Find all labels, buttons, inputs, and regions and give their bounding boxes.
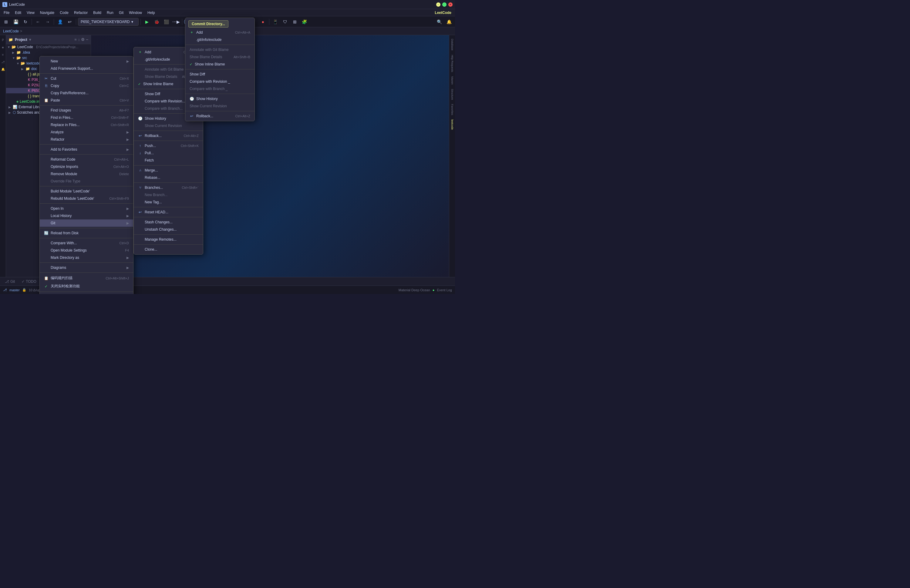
project-icon-minimize[interactable]: − <box>86 37 88 42</box>
ctx2-reset-head[interactable]: ↩Reset HEAD... <box>134 208 203 216</box>
ctx-override-type[interactable]: Override File Type <box>40 178 133 185</box>
ctx-new[interactable]: New ▶ <box>40 58 133 65</box>
toolbar-device[interactable]: 📱 <box>271 18 280 26</box>
ctx-module-settings[interactable]: Open Module Settings F4 <box>40 247 133 254</box>
ctx-find-usages[interactable]: Find Usages Alt+F7 <box>40 107 133 114</box>
toolbar-run[interactable]: ▶ <box>142 18 151 26</box>
ctx3-blame-details[interactable]: Show Blame Details Alt+Shift+B <box>185 53 254 61</box>
side-right-database[interactable]: Database <box>450 37 454 52</box>
tree-idea[interactable]: ▶ 📁 .idea <box>6 50 91 55</box>
ctx-diagrams[interactable]: Diagrams ▶ <box>40 264 133 271</box>
side-right-favorites[interactable]: Favorites <box>450 103 454 116</box>
toolbar-global-search[interactable]: 🔍 <box>435 18 444 26</box>
menu-edit[interactable]: Edit <box>13 10 24 15</box>
ctx-close-detection[interactable]: ✓关闭实时检测功能 <box>40 282 133 290</box>
ctx-convert-kotlin[interactable]: Convert Java File to Kotlin File Ctrl+Al… <box>40 293 133 294</box>
minimize-button[interactable]: − <box>436 2 440 6</box>
ctx2-current-revision[interactable]: Show Current Revision <box>134 122 203 129</box>
close-button[interactable]: ✕ <box>449 2 453 6</box>
toolbar-forward[interactable]: → <box>44 18 52 26</box>
side-bookmark-icon[interactable]: ★ <box>1 45 5 50</box>
ctx2-rebase[interactable]: Rebase... <box>134 174 203 181</box>
ctx-open-in[interactable]: Open In ▶ <box>40 205 133 212</box>
ctx-remove-module[interactable]: Remove Module Delete <box>40 170 133 178</box>
ctx-copy[interactable]: ⎘Copy Ctrl+C <box>40 82 133 89</box>
ctx-paste[interactable]: 📋Paste Ctrl+V <box>40 97 133 104</box>
menu-window[interactable]: Window <box>126 10 144 15</box>
ctx2-new-tag[interactable]: New Tag... <box>134 199 203 206</box>
ctx-rebuild-module[interactable]: Rebuild Module 'LeetCode' Ctrl+Shift+F9 <box>40 195 133 202</box>
ctx-reformat[interactable]: Reformat Code Ctrl+Alt+L <box>40 156 133 163</box>
project-header-arrow[interactable]: ▾ <box>29 37 31 42</box>
toolbar-red-circle[interactable]: ● <box>259 18 267 26</box>
side-structure-icon[interactable]: ≡ <box>1 52 5 57</box>
toolbar-save[interactable]: 💾 <box>11 18 20 26</box>
ctx3-gitinfo[interactable]: .git/info/exclude <box>185 36 254 44</box>
project-icon-1[interactable]: ≡ <box>74 37 77 42</box>
ctx-copy-path[interactable]: Copy Path/Reference... <box>40 89 133 97</box>
ctx3-annotate[interactable]: Annotate with Git Blame <box>185 46 254 53</box>
ctx3-inline-blame[interactable]: ✓ Show Inline Blame <box>185 61 254 68</box>
maximize-button[interactable]: □ <box>442 2 447 6</box>
ctx-optimize[interactable]: Optimize Imports Ctrl+Alt+O <box>40 163 133 170</box>
menu-build[interactable]: Build <box>91 10 104 15</box>
ctx-favorites[interactable]: Add to Favorites ▶ <box>40 146 133 153</box>
ctx3-show-history[interactable]: 🕐Show History <box>185 95 254 102</box>
toolbar-debug[interactable]: 🐞 <box>152 18 161 26</box>
project-icon-2[interactable]: ↕ <box>78 37 80 42</box>
ctx3-compare-revision[interactable]: Compare with Revision _ <box>185 78 254 85</box>
toolbar-back[interactable]: ← <box>34 18 42 26</box>
side-right-requests[interactable]: Http Requests <box>450 54 454 73</box>
ctx3-add[interactable]: +Add Ctrl+Alt+A <box>185 29 254 36</box>
project-selector[interactable]: P650_TWOKEYSKEYBOARD ▾ <box>78 18 139 26</box>
ctx-analyze[interactable]: Analyze ▶ <box>40 129 133 136</box>
menu-run[interactable]: Run <box>104 10 116 15</box>
menu-file[interactable]: File <box>1 10 12 15</box>
ctx2-clone[interactable]: Clone... <box>134 246 203 253</box>
project-icon-settings[interactable]: ⚙ <box>81 37 85 42</box>
toolbar-plugin[interactable]: 🧩 <box>300 18 309 26</box>
ctx-coding-scan[interactable]: 📋编码规约扫描 Ctrl+Alt+Shift+J <box>40 274 133 282</box>
side-right-structure[interactable]: Structure <box>450 87 454 101</box>
ctx-reload[interactable]: 🔄Reload from Disk <box>40 229 133 237</box>
ctx2-merge[interactable]: ⑃Merge... <box>134 167 203 174</box>
side-project-icon[interactable]: P <box>1 37 5 42</box>
ctx-find-files[interactable]: Find in Files... Ctrl+Shift+F <box>40 114 133 121</box>
ctx2-new-branch[interactable]: New Branch... <box>134 191 203 199</box>
toolbar-shield[interactable]: 🛡 <box>281 18 289 26</box>
breadcrumb-leetcode[interactable]: LeetCode <box>3 29 19 33</box>
tree-root[interactable]: ▼ 📂 LeetCode D:\CodeProjects\IdeaProje..… <box>6 44 91 50</box>
menu-refactor[interactable]: Refactor <box>71 10 90 15</box>
ctx-compare-with[interactable]: Compare With... Ctrl+D <box>40 239 133 247</box>
menu-navigate[interactable]: Navigate <box>37 10 57 15</box>
toolbar-more-run[interactable]: ⋯▶ <box>172 18 180 26</box>
ctx3-current-revision[interactable]: Show Current Revision <box>185 102 254 110</box>
ctx2-pull[interactable]: ↓Pull... <box>134 149 203 157</box>
status-event-log[interactable]: Event Log <box>437 288 452 292</box>
side-right-leetcode[interactable]: leetcode <box>450 118 454 131</box>
ctx2-stash[interactable]: Stash Changes... <box>134 218 203 226</box>
ctx-framework[interactable]: Add Framework Support... <box>40 65 133 72</box>
menu-git[interactable]: Git <box>117 10 126 15</box>
menu-help[interactable]: Help <box>145 10 157 15</box>
ctx2-fetch[interactable]: Fetch <box>134 157 203 164</box>
toolbar-project-icon[interactable]: ⊞ <box>2 18 10 26</box>
tab-git[interactable]: ⎇ Git <box>2 279 18 284</box>
ctx-local-history[interactable]: Local History ▶ <box>40 212 133 220</box>
ctx2-unstash[interactable]: Unstash Changes... <box>134 226 203 233</box>
side-notification-icon[interactable]: 🔔 <box>1 67 5 71</box>
ctx2-manage-remotes[interactable]: Manage Remotes... <box>134 236 203 243</box>
ctx3-compare-branch[interactable]: Compare with Branch _ <box>185 85 254 92</box>
toolbar-coverage[interactable]: ⬛ <box>162 18 170 26</box>
ctx2-push[interactable]: ↑Push... Ctrl+Shift+K <box>134 142 203 149</box>
ctx3-show-diff[interactable]: Show Diff <box>185 71 254 78</box>
toolbar-user[interactable]: 👤 <box>56 18 64 26</box>
ctx2-rollback[interactable]: ↩Rollback... Ctrl+Alt+Z <box>134 132 203 139</box>
status-git-branch[interactable]: master <box>10 288 20 292</box>
side-right-maven[interactable]: Maven <box>450 75 454 86</box>
side-git-icon[interactable]: ⎇ <box>1 60 5 64</box>
menu-view[interactable]: View <box>24 10 37 15</box>
ctx-build-module[interactable]: Build Module 'LeetCode' <box>40 187 133 195</box>
ctx2-branches[interactable]: ⑂Branches... Ctrl+Shift+` <box>134 184 203 191</box>
ctx-mark-dir[interactable]: Mark Directory as ▶ <box>40 254 133 261</box>
